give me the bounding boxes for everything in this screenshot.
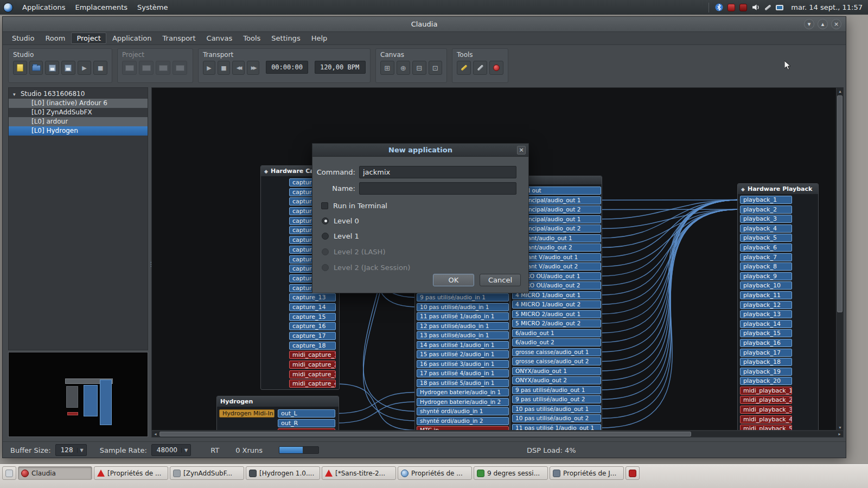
menu-applications[interactable]: Applications bbox=[17, 0, 70, 15]
port-4 MICRO 1/audio_out 2[interactable]: 4 MICRO 1/audio_out 2 bbox=[512, 300, 601, 309]
node-header[interactable]: Hydrogen bbox=[217, 396, 339, 407]
close-icon[interactable]: × bbox=[517, 146, 526, 155]
menu-project[interactable]: Project bbox=[71, 33, 106, 44]
taskbar-item-sans-titre-2[interactable]: [*Sans-titre-2... bbox=[322, 466, 396, 480]
port-hydrogen-midi-in[interactable]: Hydrogen Midi-In bbox=[219, 409, 275, 418]
taskbar-item-9-degres-sessi[interactable]: 9 degres sessi... bbox=[474, 466, 548, 480]
volume-icon[interactable] bbox=[751, 3, 760, 12]
menu-studio[interactable]: Studio bbox=[7, 33, 39, 43]
distro-menu-icon[interactable] bbox=[3, 3, 13, 12]
bpm-display[interactable]: 120,00 BPM bbox=[315, 61, 366, 74]
save-project-as-button[interactable] bbox=[173, 61, 187, 75]
port-14 pas utilisé 1/audio_in 1[interactable]: 14 pas utilisé 1/audio_in 1 bbox=[417, 341, 509, 349]
stop-studio-button[interactable]: ■ bbox=[93, 61, 107, 75]
xruns-indicator[interactable]: 0 Xruns bbox=[235, 446, 263, 454]
port-13 pas utilisé/audio_in 1[interactable]: 13 pas utilisé/audio_in 1 bbox=[417, 331, 509, 339]
port-midi_capture_1[interactable]: midi_capture_1 bbox=[289, 351, 336, 359]
horizontal-scrollbar[interactable]: ◂ ▸ bbox=[151, 431, 844, 438]
port-MTC in[interactable]: MTC in bbox=[417, 426, 509, 431]
taskbar-item-claudia[interactable]: Claudia bbox=[18, 466, 92, 480]
scroll-right-icon[interactable]: ▸ bbox=[836, 431, 843, 438]
tree-item-hydrogen[interactable]: [L0] Hydrogen bbox=[9, 126, 148, 136]
port-17 pas utilisé 4/audio_in 1[interactable]: 17 pas utilisé 4/audio_in 1 bbox=[417, 369, 509, 377]
menu-room[interactable]: Room bbox=[40, 33, 70, 43]
port-5 MICRO 2/audio_out 2[interactable]: 5 MICRO 2/audio_out 2 bbox=[512, 319, 601, 328]
scrollbar-thumb[interactable] bbox=[837, 95, 843, 312]
port-6/audio_out 2[interactable]: 6/audio_out 2 bbox=[512, 338, 601, 346]
port-out-r[interactable]: out_R bbox=[278, 419, 335, 427]
port-ONYX/audio_out 1[interactable]: ONYX/audio_out 1 bbox=[512, 367, 601, 375]
cancel-button[interactable]: Cancel bbox=[480, 274, 521, 286]
port-capture_14[interactable]: capture_14 bbox=[289, 303, 336, 311]
expander-icon[interactable]: ▾ bbox=[13, 90, 21, 99]
port-midi_capture_4[interactable]: midi_capture_4 bbox=[289, 380, 336, 388]
titlebar[interactable]: Claudia ▾ ▴ × bbox=[3, 17, 846, 32]
port-10 pas utilisé/audio_out 1[interactable]: 10 pas utilisé/audio_out 1 bbox=[512, 405, 601, 413]
alert-tray-icon[interactable] bbox=[739, 4, 747, 11]
canvas-refresh-button[interactable]: ⊕ bbox=[397, 61, 411, 75]
port-playback_3[interactable]: playback_3 bbox=[740, 215, 792, 223]
port-playback_6[interactable]: playback_6 bbox=[740, 243, 792, 252]
port-midi_playback_1[interactable]: midi_playback_1 bbox=[740, 387, 792, 395]
scroll-up-icon[interactable]: ▴ bbox=[837, 88, 844, 95]
port-playback_10[interactable]: playback_10 bbox=[740, 281, 792, 290]
tree-item-ardour6[interactable]: [L0] (inactive) Ardour 6 bbox=[9, 99, 148, 108]
menu-canvas[interactable]: Canvas bbox=[202, 33, 238, 43]
port-out-l[interactable]: out_L bbox=[278, 409, 335, 418]
port-15 pas utilisé 2/audio_in 1[interactable]: 15 pas utilisé 2/audio_in 1 bbox=[417, 350, 509, 358]
save-studio-button[interactable] bbox=[45, 61, 59, 75]
port-playback_9[interactable]: playback_9 bbox=[740, 272, 792, 280]
port-playback_14[interactable]: playback_14 bbox=[740, 320, 792, 328]
start-studio-button[interactable]: ▶ bbox=[78, 61, 92, 75]
transport-rewind-button[interactable]: ◀◀ bbox=[232, 61, 245, 75]
new-studio-button[interactable] bbox=[13, 61, 27, 75]
menu-help[interactable]: Help bbox=[307, 33, 333, 43]
a2j-bridge-button[interactable] bbox=[489, 61, 503, 75]
canvas-minimap[interactable] bbox=[8, 352, 148, 437]
port-capture_13[interactable]: capture_13 bbox=[289, 293, 336, 301]
port-midi_capture_3[interactable]: midi_capture_3 bbox=[289, 370, 336, 378]
port-Hydrogen baterie/audio_in 1[interactable]: Hydrogen baterie/audio_in 1 bbox=[417, 388, 509, 396]
load-studio-button[interactable] bbox=[29, 61, 43, 75]
port-Hydrogen baterie/audio_in 2[interactable]: Hydrogen baterie/audio_in 2 bbox=[417, 398, 509, 406]
node-mixer-inputs[interactable]: 9 pas utilisé/audio_in 110 pas utilisé/a… bbox=[414, 283, 510, 431]
port-playback_1[interactable]: playback_1 bbox=[740, 196, 792, 204]
port-11 pas utilisé 1/audio_out 1[interactable]: 11 pas utilisé 1/audio_out 1 bbox=[512, 424, 601, 431]
port-capture_18[interactable]: capture_18 bbox=[289, 342, 336, 350]
canvas-zoom-fit-button[interactable]: ⊟ bbox=[412, 61, 426, 75]
port-playback_17[interactable]: playback_17 bbox=[740, 349, 792, 357]
port-18 pas utilisé 5/audio_in 1[interactable]: 18 pas utilisé 5/audio_in 1 bbox=[417, 379, 509, 387]
tree-item-ardour[interactable]: [L0] ardour bbox=[9, 117, 148, 126]
port-12 pas utilisé/audio_in 1[interactable]: 12 pas utilisé/audio_in 1 bbox=[417, 322, 509, 330]
taskbar-item-zynaddsubf[interactable]: [ZynAddSubF... bbox=[170, 466, 244, 480]
port-9 pas utilisé/audio_out 2[interactable]: 9 pas utilisé/audio_out 2 bbox=[512, 395, 601, 403]
port-midi_playback_5[interactable]: midi_playback_5 bbox=[740, 425, 792, 431]
port-9 pas utilisé/audio_in 1[interactable]: 9 pas utilisé/audio_in 1 bbox=[417, 293, 509, 301]
menu-application[interactable]: Application bbox=[107, 33, 157, 43]
tree-item-zynaddsubfx[interactable]: [L0] ZynAddSubFX bbox=[9, 108, 148, 117]
port-midi_playback_3[interactable]: midi_playback_3 bbox=[740, 406, 792, 414]
run-in-terminal-checkbox[interactable] bbox=[321, 202, 328, 209]
port-playback_20[interactable]: playback_20 bbox=[740, 377, 792, 385]
menu-tools[interactable]: Tools bbox=[238, 33, 265, 43]
level-1-radio[interactable] bbox=[322, 233, 329, 240]
scroll-down-icon[interactable]: ▾ bbox=[837, 424, 844, 431]
port-capture_16[interactable]: capture_16 bbox=[289, 322, 336, 330]
scroll-left-icon[interactable]: ◂ bbox=[152, 431, 159, 438]
transport-play-button[interactable]: ▶ bbox=[203, 61, 215, 75]
taskbar-item-propri-t-s-de-j[interactable]: Propriétés de J... bbox=[550, 466, 624, 480]
transport-forward-button[interactable]: ▶▶ bbox=[247, 61, 259, 75]
menu-emplacements[interactable]: Emplacements bbox=[70, 0, 132, 15]
load-project-button[interactable] bbox=[139, 61, 154, 75]
ok-button[interactable]: OK bbox=[433, 274, 474, 286]
port-playback_11[interactable]: playback_11 bbox=[740, 291, 792, 299]
port-playback_7[interactable]: playback_7 bbox=[740, 253, 792, 261]
taskbar-button-screen-red[interactable] bbox=[626, 466, 640, 480]
canvas-zoom-100-button[interactable]: ⊡ bbox=[429, 61, 443, 75]
port-10 pas utilisé/audio_in 1[interactable]: 10 pas utilisé/audio_in 1 bbox=[417, 303, 509, 311]
save-project-button[interactable] bbox=[156, 61, 170, 75]
configure-button[interactable] bbox=[457, 61, 471, 75]
port-midi_playback_4[interactable]: midi_playback_4 bbox=[740, 415, 792, 423]
port-16 pas utilisé 3/audio_in 1[interactable]: 16 pas utilisé 3/audio_in 1 bbox=[417, 360, 509, 368]
port-playback_19[interactable]: playback_19 bbox=[740, 368, 792, 376]
